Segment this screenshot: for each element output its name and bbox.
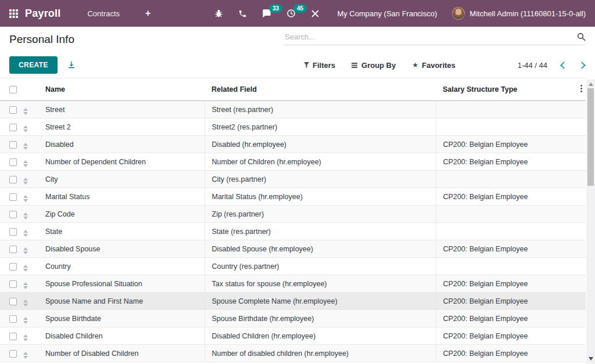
- row-select-cell: [0, 101, 23, 118]
- page-title: Personal Info: [9, 33, 74, 46]
- drag-handle-icon[interactable]: [23, 334, 28, 341]
- table-row[interactable]: State State (res.partner): [0, 223, 586, 240]
- cell-name: Number of Dependent Children: [38, 153, 205, 171]
- cell-salary-structure-type: [436, 206, 586, 223]
- drag-handle-icon[interactable]: [23, 352, 28, 359]
- filter-funnel-icon: [304, 62, 309, 68]
- cell-related-field: Spouse Complete Name (hr.employee): [205, 293, 436, 310]
- drag-handle-icon[interactable]: [23, 178, 28, 185]
- column-header-salary-structure-type[interactable]: Salary Structure Type: [436, 78, 586, 101]
- cell-related-field: Number of disabled children (hr.employee…: [205, 345, 436, 362]
- cell-name: Country: [38, 258, 205, 275]
- row-handle-cell: [23, 136, 38, 153]
- filters-button[interactable]: Filters: [304, 61, 335, 70]
- scrollbar-thumb[interactable]: [587, 88, 594, 186]
- scroll-up-icon[interactable]: [589, 82, 593, 86]
- company-switcher[interactable]: My Company (San Francisco): [337, 9, 437, 18]
- column-header-related-field[interactable]: Related Field: [205, 78, 436, 101]
- drag-handle-icon[interactable]: [23, 108, 28, 115]
- cell-related-field: City (res.partner): [205, 171, 436, 188]
- row-checkbox[interactable]: [9, 124, 17, 131]
- row-checkbox[interactable]: [9, 280, 17, 288]
- drag-handle-icon[interactable]: [23, 265, 28, 272]
- drag-handle-icon[interactable]: [23, 230, 28, 237]
- cell-related-field: Country (res.partner): [205, 258, 436, 275]
- row-handle-cell: [23, 101, 38, 118]
- row-checkbox[interactable]: [9, 246, 17, 253]
- table-row[interactable]: Spouse Professional Situation Tax status…: [0, 275, 586, 293]
- column-header-name[interactable]: Name: [38, 78, 205, 101]
- row-handle-cell: [23, 310, 38, 327]
- row-checkbox[interactable]: [9, 106, 17, 114]
- cell-name: Spouse Professional Situation: [38, 275, 205, 293]
- drag-handle-icon[interactable]: [23, 212, 28, 219]
- add-menu-button[interactable]: +: [145, 8, 150, 19]
- row-checkbox[interactable]: [9, 263, 17, 271]
- export-icon[interactable]: [67, 60, 76, 70]
- favorites-button[interactable]: ★ Favorites: [412, 61, 456, 70]
- table-row[interactable]: Zip Code Zip (res.partner): [0, 206, 586, 223]
- row-handle-cell: [23, 240, 38, 258]
- table-row[interactable]: Country Country (res.partner): [0, 258, 586, 275]
- row-checkbox[interactable]: [9, 211, 17, 218]
- cell-salary-structure-type: CP200: Belgian Employee: [436, 153, 586, 171]
- row-handle-cell: [23, 171, 38, 188]
- drag-handle-icon[interactable]: [23, 247, 28, 254]
- messages-icon[interactable]: 33: [262, 9, 271, 18]
- tools-icon[interactable]: [311, 9, 320, 18]
- cell-salary-structure-type: [436, 171, 586, 188]
- drag-handle-icon[interactable]: [23, 300, 28, 307]
- cell-related-field: Disabled (hr.employee): [205, 136, 436, 153]
- row-checkbox[interactable]: [9, 350, 17, 358]
- cell-salary-structure-type: CP200: Belgian Employee: [436, 310, 586, 327]
- row-checkbox[interactable]: [9, 333, 17, 340]
- apps-grid-icon[interactable]: [9, 9, 18, 18]
- table-row[interactable]: Spouse Birthdate Spouse Birthdate (hr.em…: [0, 310, 586, 327]
- cell-related-field: Disabled Spouse (hr.employee): [205, 240, 436, 258]
- search-input[interactable]: [285, 33, 577, 41]
- table-row[interactable]: Street Street (res.partner): [0, 101, 586, 118]
- pager-next-icon[interactable]: [578, 62, 586, 69]
- table-row[interactable]: Disabled Spouse Disabled Spouse (hr.empl…: [0, 240, 586, 258]
- debug-bug-icon[interactable]: [214, 9, 223, 18]
- cell-related-field: Tax status for spouse (hr.employee): [205, 275, 436, 293]
- table-row[interactable]: Disabled Children Disabled Children (hr.…: [0, 327, 586, 345]
- phone-icon[interactable]: [238, 9, 247, 18]
- row-checkbox[interactable]: [9, 176, 17, 183]
- group-by-button[interactable]: Group By: [352, 61, 396, 70]
- app-name[interactable]: Payroll: [25, 8, 60, 20]
- row-checkbox[interactable]: [9, 228, 17, 236]
- table-row[interactable]: Number of Dependent Children Number of C…: [0, 153, 586, 171]
- search-icon[interactable]: [577, 33, 586, 41]
- row-checkbox[interactable]: [9, 158, 17, 166]
- user-menu[interactable]: Mitchell Admin (11160801-15-0-all): [452, 7, 586, 20]
- select-all-checkbox[interactable]: [9, 86, 17, 93]
- optional-columns-icon[interactable]: [580, 85, 582, 87]
- row-select-cell: [0, 223, 23, 240]
- row-checkbox[interactable]: [9, 141, 17, 149]
- drag-handle-icon[interactable]: [23, 282, 28, 289]
- table-row[interactable]: Number of Disabled Children Number of di…: [0, 345, 586, 362]
- activities-clock-icon[interactable]: 45: [286, 9, 296, 18]
- scroll-down-icon[interactable]: [589, 357, 593, 361]
- row-checkbox[interactable]: [9, 193, 17, 201]
- cell-name: Street 2: [38, 118, 205, 136]
- pager-previous-icon[interactable]: [560, 62, 568, 69]
- drag-handle-icon[interactable]: [23, 143, 28, 150]
- drag-handle-icon[interactable]: [23, 195, 28, 202]
- drag-handle-icon[interactable]: [23, 125, 28, 132]
- drag-handle-icon[interactable]: [23, 160, 28, 167]
- row-checkbox[interactable]: [9, 315, 17, 323]
- table-row[interactable]: Spouse Name and First Name Spouse Comple…: [0, 293, 586, 310]
- create-button[interactable]: CREATE: [9, 56, 58, 74]
- menu-contracts[interactable]: Contracts: [87, 9, 120, 18]
- drag-handle-icon[interactable]: [23, 317, 28, 324]
- table-row[interactable]: Street 2 Street2 (res.partner): [0, 118, 586, 136]
- cell-related-field: Disabled Children (hr.employee): [205, 327, 436, 345]
- table-row[interactable]: Marital Status Marital Status (hr.employ…: [0, 188, 586, 206]
- pager-range: 1-44 / 44: [518, 61, 547, 70]
- table-row[interactable]: Disabled Disabled (hr.employee) CP200: B…: [0, 136, 586, 153]
- table-row[interactable]: City City (res.partner): [0, 171, 586, 188]
- row-checkbox[interactable]: [9, 298, 17, 305]
- vertical-scrollbar[interactable]: [586, 80, 595, 364]
